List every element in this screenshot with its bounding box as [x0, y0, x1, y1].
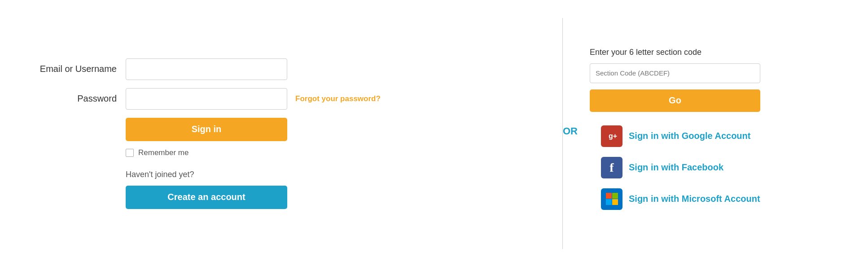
password-label: Password [36, 93, 126, 104]
svg-text:g+: g+ [609, 132, 617, 140]
remember-row: Remember me [126, 148, 517, 157]
facebook-signin-button[interactable]: f Sign in with Facebook [601, 157, 760, 178]
password-row: Password Forgot your password? [36, 88, 517, 110]
social-list: g+ Sign in with Google Account f Sign in… [601, 125, 760, 220]
or-section: OR g+ Sign in with Google Account [590, 125, 832, 220]
or-text: OR [563, 125, 578, 137]
section-code-label: Enter your 6 letter section code [590, 48, 832, 57]
go-button[interactable]: Go [590, 89, 760, 112]
havent-joined-text: Haven't joined yet? [126, 170, 517, 179]
facebook-signin-label: Sign in with Facebook [629, 162, 723, 173]
create-account-button[interactable]: Create an account [126, 186, 287, 209]
password-input[interactable] [126, 88, 287, 110]
google-signin-label: Sign in with Google Account [629, 131, 750, 141]
microsoft-signin-label: Sign in with Microsoft Account [629, 194, 760, 204]
login-form: Email or Username Password Forgot your p… [36, 58, 544, 209]
remember-label: Remember me [138, 148, 189, 157]
email-input[interactable] [126, 58, 287, 80]
microsoft-signin-button[interactable]: Sign in with Microsoft Account [601, 188, 760, 210]
email-row: Email or Username [36, 58, 517, 80]
or-col: OR [590, 125, 590, 137]
remember-checkbox[interactable] [126, 149, 134, 157]
signin-button[interactable]: Sign in [126, 118, 287, 141]
microsoft-icon [601, 188, 623, 210]
google-icon: g+ [601, 125, 623, 147]
email-label: Email or Username [36, 64, 126, 74]
facebook-icon: f [601, 157, 623, 178]
right-section: Enter your 6 letter section code Go OR g… [581, 48, 832, 220]
section-code-input[interactable] [590, 63, 760, 83]
google-signin-button[interactable]: g+ Sign in with Google Account [601, 125, 760, 147]
forgot-password-link[interactable]: Forgot your password? [295, 94, 381, 103]
